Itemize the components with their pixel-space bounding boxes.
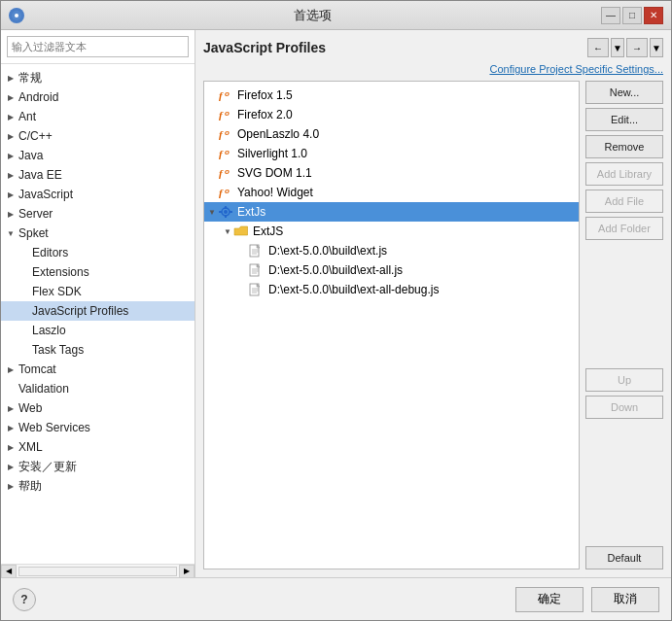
profile-item-yahoo[interactable]: foYahoo! Widget — [204, 183, 579, 202]
profile-item-firefox20[interactable]: foFirefox 2.0 — [204, 105, 579, 124]
title-controls: — □ ✕ — [601, 7, 663, 24]
svg-text:o: o — [225, 128, 230, 137]
sidebar-hscroll: ◀ ▶ — [1, 564, 195, 577]
profile-label: ExtJs — [237, 205, 265, 219]
sidebar-item-server[interactable]: Server — [1, 204, 195, 224]
profile-item-silverlight[interactable]: foSilverlight 1.0 — [204, 144, 579, 163]
sidebar-item-c/c++[interactable]: C/C++ — [1, 126, 195, 146]
js-profile-icon: fo — [218, 88, 233, 102]
tree-item-label: Tomcat — [17, 362, 56, 376]
config-link[interactable]: Configure Project Specific Settings... — [203, 63, 663, 75]
sidebar-item-web-services[interactable]: Web Services — [1, 418, 195, 437]
forward-dropdown-button[interactable]: ▼ — [650, 38, 663, 57]
help-button[interactable]: ? — [13, 588, 36, 611]
profile-item-firefox15[interactable]: foFirefox 1.5 — [204, 86, 579, 105]
nav-buttons: ← ▼ → ▼ — [587, 38, 663, 57]
sidebar-item-editors[interactable]: Editors — [1, 243, 195, 262]
file-icon — [249, 263, 265, 277]
content-area: 常规AndroidAntC/C++JavaJava EEJavaScriptSe… — [1, 30, 671, 577]
scroll-right-btn[interactable]: ▶ — [179, 565, 195, 578]
svg-text:f: f — [219, 128, 224, 140]
profile-item-extjs-folder[interactable]: ExtJS — [204, 222, 579, 241]
tree-arrow — [5, 169, 17, 181]
profile-item-extjs-file2[interactable]: D:\ext-5.0.0\build\ext-all.js — [204, 260, 579, 280]
tree-arrow — [5, 189, 17, 200]
sidebar-tree: 常规AndroidAntC/C++JavaJava EEJavaScriptSe… — [1, 64, 195, 564]
search-box — [1, 30, 195, 64]
tree-item-label: Editors — [30, 246, 68, 259]
tree-item-label: Java EE — [17, 168, 62, 182]
maximize-button[interactable]: □ — [622, 7, 642, 24]
js-profile-icon: fo — [218, 186, 233, 199]
profile-label: D:\ext-5.0.0\build\ext.js — [268, 244, 387, 258]
add-folder-button[interactable]: Add Folder — [585, 217, 663, 240]
cancel-button[interactable]: 取消 — [591, 587, 659, 612]
profile-item-extjs-root[interactable]: ExtJs — [204, 202, 579, 222]
back-button[interactable]: ← — [587, 38, 609, 57]
profile-item-svgdom[interactable]: foSVG DOM 1.1 — [204, 163, 579, 183]
scroll-left-btn[interactable]: ◀ — [1, 565, 17, 578]
sidebar-item-android[interactable]: Android — [1, 87, 195, 107]
add-library-button[interactable]: Add Library — [585, 162, 663, 186]
tree-arrow — [5, 402, 17, 414]
profile-item-extjs-file1[interactable]: D:\ext-5.0.0\build\ext.js — [204, 241, 579, 260]
profile-label: D:\ext-5.0.0\build\ext-all.js — [268, 263, 403, 277]
add-file-button[interactable]: Add File — [585, 190, 663, 213]
expand-arrow — [224, 227, 233, 236]
sidebar-item-帮助[interactable]: 帮助 — [1, 476, 195, 496]
tree-item-label: 常规 — [17, 70, 42, 86]
sidebar-item-ant[interactable]: Ant — [1, 107, 195, 126]
minimize-button[interactable]: — — [601, 7, 620, 24]
sidebar-item-web[interactable]: Web — [1, 398, 195, 418]
tree-arrow — [5, 208, 17, 220]
profile-item-extjs-file3[interactable]: D:\ext-5.0.0\build\ext-all-debug.js — [204, 280, 579, 299]
sidebar-item-extensions[interactable]: Extensions — [1, 262, 195, 282]
sidebar-item-tomcat[interactable]: Tomcat — [1, 360, 195, 379]
tree-arrow — [18, 266, 30, 278]
edit-button[interactable]: Edit... — [585, 108, 663, 131]
tree-arrow — [5, 461, 17, 472]
sidebar-item-常规[interactable]: 常规 — [1, 68, 195, 87]
tree-arrow — [5, 72, 17, 84]
panel-title: JavaScript Profiles — [203, 40, 326, 55]
dialog-buttons: 确定 取消 — [515, 587, 659, 612]
up-button[interactable]: Up — [585, 368, 663, 392]
svg-text:f: f — [219, 167, 224, 179]
expand-arrow — [208, 208, 218, 217]
search-input[interactable] — [7, 36, 189, 57]
folder-icon — [233, 224, 249, 238]
sidebar-item-安装/更新[interactable]: 安装／更新 — [1, 457, 195, 476]
tree-item-label: C/C++ — [17, 129, 53, 143]
tree-item-label: 安装／更新 — [17, 459, 77, 475]
profile-label: ExtJS — [253, 224, 283, 238]
sidebar-item-validation[interactable]: Validation — [1, 379, 195, 398]
profile-item-openlaszlo[interactable]: foOpenLaszlo 4.0 — [204, 124, 579, 144]
back-dropdown-button[interactable]: ▼ — [611, 38, 624, 57]
sidebar-item-javascript-profiles[interactable]: JavaScript Profiles — [1, 301, 195, 321]
tree-arrow — [5, 422, 17, 433]
sidebar-item-laszlo[interactable]: Laszlo — [1, 321, 195, 340]
svg-text:f: f — [219, 187, 224, 198]
close-button[interactable]: ✕ — [644, 7, 663, 24]
sidebar-item-javascript[interactable]: JavaScript — [1, 185, 195, 204]
sidebar-item-java-ee[interactable]: Java EE — [1, 165, 195, 185]
new-button[interactable]: New... — [585, 81, 663, 104]
sidebar-item-java[interactable]: Java — [1, 146, 195, 165]
tree-arrow — [18, 325, 30, 336]
sidebar-item-xml[interactable]: XML — [1, 437, 195, 457]
sidebar-item-task-tags[interactable]: Task Tags — [1, 340, 195, 360]
tree-arrow — [5, 363, 17, 375]
tree-item-label: XML — [17, 440, 43, 454]
down-button[interactable]: Down — [585, 396, 663, 419]
js-profile-icon: fo — [218, 127, 233, 141]
sidebar-item-spket[interactable]: Spket — [1, 224, 195, 243]
tree-item-label: Flex SDK — [30, 285, 82, 298]
remove-button[interactable]: Remove — [585, 135, 663, 158]
svg-text:f: f — [219, 148, 224, 159]
default-button[interactable]: Default — [585, 546, 663, 569]
forward-button[interactable]: → — [626, 38, 648, 57]
hscroll-track[interactable] — [18, 567, 177, 576]
profile-label: Firefox 2.0 — [237, 108, 293, 121]
sidebar-item-flex-sdk[interactable]: Flex SDK — [1, 282, 195, 301]
ok-button[interactable]: 确定 — [515, 587, 584, 612]
